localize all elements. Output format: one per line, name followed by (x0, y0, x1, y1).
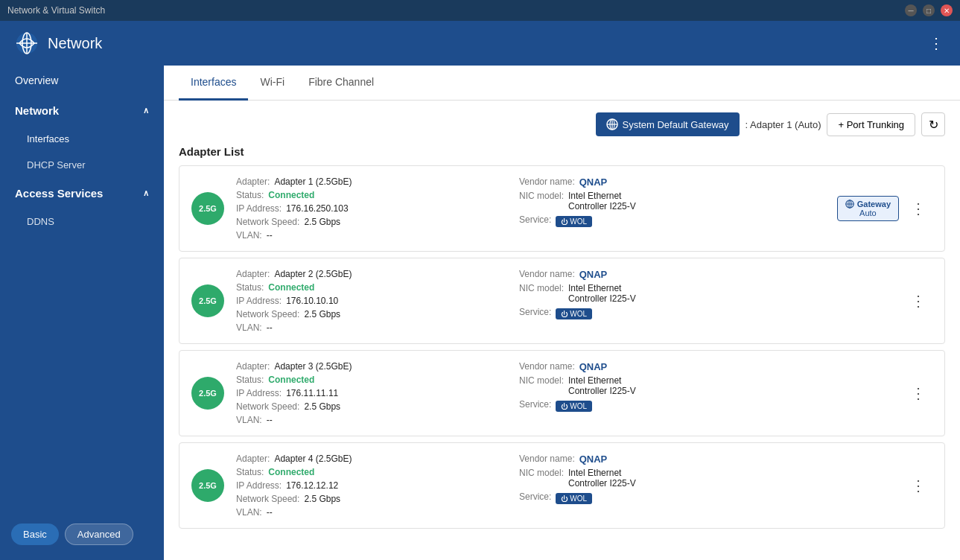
access-services-label: Access Services (15, 187, 103, 200)
wol-badge: ⏻ WOL (556, 216, 592, 227)
sidebar-item-interfaces[interactable]: Interfaces (0, 126, 164, 152)
adapter-row: Adapter: Adapter 3 (2.5GbE) (236, 361, 355, 372)
app-title: Network (48, 35, 102, 52)
basic-button[interactable]: Basic (11, 524, 59, 545)
ip-row: IP Address: 176.12.12.12 (236, 480, 355, 491)
tab-bar: Interfaces Wi-Fi Fibre Channel (164, 66, 960, 101)
sidebar-item-overview[interactable]: Overview (0, 66, 164, 95)
more-options-button-1[interactable]: ⋮ (905, 197, 932, 220)
status-label: Status: (236, 375, 264, 385)
tab-fibre-channel[interactable]: Fibre Channel (296, 66, 386, 101)
adapter-block-left: Adapter: Adapter 1 (2.5GbE) Status: Conn… (236, 176, 355, 241)
nic-row: NIC model: Intel Ethernet Controller I22… (519, 191, 638, 211)
header-menu-button[interactable]: ⋮ (929, 34, 945, 52)
system-default-gateway-button[interactable]: System Default Gateway (596, 112, 740, 136)
speed-value: 2.5 Gbps (304, 401, 340, 412)
vendor-value: QNAP (579, 176, 608, 188)
more-options-button-2[interactable]: ⋮ (905, 289, 932, 313)
wol-label: WOL (570, 494, 587, 503)
vendor-row: Vendor name: QNAP (519, 361, 638, 372)
nic-value: Intel Ethernet Controller I225-V (568, 283, 638, 304)
maximize-button[interactable]: □ (923, 4, 935, 16)
gateway-badge-label: Gateway (857, 200, 891, 209)
sidebar-section-access[interactable]: Access Services ∧ (0, 178, 164, 209)
ip-label: IP Address: (236, 388, 282, 398)
ip-row: IP Address: 176.16.250.103 (236, 203, 355, 214)
service-label: Service: (519, 399, 551, 412)
status-row: Status: Connected (236, 190, 355, 200)
service-label: Service: (519, 214, 551, 227)
adapter-block-left: Adapter: Adapter 3 (2.5GbE) Status: Conn… (236, 361, 355, 425)
status-label: Status: (236, 282, 264, 293)
speed-value: 2.5 Gbps (304, 494, 340, 504)
vendor-label: Vendor name: (519, 454, 575, 465)
content-area: Interfaces Wi-Fi Fibre Channel (164, 66, 960, 560)
status-label: Status: (236, 467, 264, 477)
speed-label: Network Speed: (236, 217, 299, 227)
titlebar-title: Network & Virtual Switch (7, 5, 105, 16)
app-container: Network ⋮ Overview Network ∧ Interfaces … (0, 21, 960, 560)
adapter-icon-2: 2.5G (191, 284, 224, 317)
tab-wifi[interactable]: Wi-Fi (248, 66, 296, 101)
status-row: Status: Connected (236, 282, 355, 293)
adapter-right-3: ⋮ (905, 381, 932, 405)
more-options-button-3[interactable]: ⋮ (905, 381, 932, 405)
ip-row: IP Address: 176.10.10.10 (236, 296, 355, 306)
gateway-badge-top: Gateway (845, 200, 891, 209)
adapter-block-right: Vendor name: QNAP NIC model: Intel Ether… (519, 269, 638, 319)
overview-label: Overview (15, 74, 58, 86)
adapter-icon-1: 2.5G (191, 192, 224, 225)
sidebar-item-dhcp[interactable]: DHCP Server (0, 152, 164, 178)
wol-icon: ⏻ (561, 218, 568, 226)
vlan-label: VLAN: (236, 230, 262, 241)
adapter-block-left: Adapter: Adapter 2 (2.5GbE) Status: Conn… (236, 269, 355, 333)
adapter-label: Adapter: (236, 361, 270, 372)
vendor-row: Vendor name: QNAP (519, 454, 638, 465)
speed-label: Network Speed: (236, 401, 299, 412)
vendor-label: Vendor name: (519, 176, 575, 188)
more-options-button-4[interactable]: ⋮ (905, 474, 932, 497)
port-trunking-button[interactable]: + Port Trunking (827, 113, 915, 136)
nic-value: Intel Ethernet Controller I225-V (568, 468, 638, 489)
vlan-value: -- (267, 415, 273, 425)
wol-icon: ⏻ (561, 403, 568, 410)
adapter-block-right: Vendor name: QNAP NIC model: Intel Ether… (519, 454, 638, 504)
sidebar-item-ddns[interactable]: DDNS (0, 209, 164, 235)
ddns-label: DDNS (27, 216, 54, 227)
nic-row: NIC model: Intel Ethernet Controller I22… (519, 375, 638, 396)
vlan-value: -- (267, 507, 273, 518)
titlebar-controls: ─ □ ✕ (905, 4, 953, 16)
status-value: Connected (268, 467, 314, 477)
ip-row: IP Address: 176.11.11.11 (236, 388, 355, 398)
gateway-btn-label: System Default Gateway (623, 119, 729, 130)
wol-icon: ⏻ (561, 495, 568, 503)
close-button[interactable]: ✕ (941, 4, 953, 16)
advanced-button[interactable]: Advanced (65, 524, 133, 545)
adapter-row: Adapter: Adapter 4 (2.5GbE) (236, 454, 355, 464)
vlan-row: VLAN: -- (236, 230, 355, 241)
minimize-button[interactable]: ─ (905, 4, 917, 16)
adapter-block-left: Adapter: Adapter 4 (2.5GbE) Status: Conn… (236, 454, 355, 518)
tab-interfaces-label: Interfaces (191, 76, 236, 88)
adapter-label: Adapter: (236, 269, 270, 279)
adapter-label: Adapter: (236, 176, 270, 187)
speed-row: Network Speed: 2.5 Gbps (236, 217, 355, 227)
gateway-badge[interactable]: Gateway Auto (837, 196, 899, 221)
vendor-row: Vendor name: QNAP (519, 269, 638, 280)
ip-value: 176.10.10.10 (286, 296, 338, 306)
port-trunking-label: + Port Trunking (838, 119, 904, 130)
speed-value: 2.5 Gbps (304, 217, 340, 227)
adapter-right-4: ⋮ (905, 474, 932, 497)
main-layout: Overview Network ∧ Interfaces DHCP Serve… (0, 66, 960, 560)
adapter-right-1: Gateway Auto ⋮ (837, 196, 932, 221)
ip-label: IP Address: (236, 296, 282, 306)
sidebar-section-network[interactable]: Network ∧ (0, 95, 164, 126)
speed-label: Network Speed: (236, 309, 299, 319)
adapter-card-4: 2.5G Adapter: Adapter 4 (2.5GbE) Status:… (179, 442, 945, 529)
tab-interfaces[interactable]: Interfaces (179, 66, 248, 101)
refresh-button[interactable]: ↻ (921, 112, 945, 136)
app-header: Network ⋮ (0, 21, 960, 66)
vlan-value: -- (267, 322, 273, 333)
gateway-icon (606, 118, 618, 130)
nic-value: Intel Ethernet Controller I225-V (568, 191, 638, 211)
